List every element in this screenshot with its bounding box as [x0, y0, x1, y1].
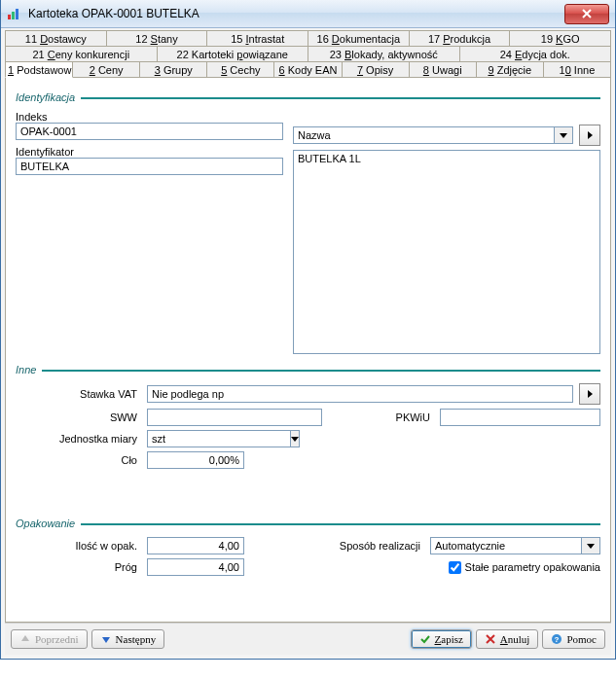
tab-kartoteki-powiazane[interactable]: 22 Kartoteki powiązane — [158, 47, 309, 62]
arrow-down-icon — [100, 633, 112, 645]
checkbox-stale-param-input[interactable] — [449, 561, 461, 574]
nazwa-lookup-button[interactable] — [579, 125, 600, 146]
tab-intrastat[interactable]: 15 Intrastat — [207, 30, 308, 47]
group-line — [81, 523, 600, 525]
checkbox-stale-param[interactable]: Stałe parametry opakowania — [449, 561, 600, 574]
group-label: Opakowanie — [16, 518, 75, 529]
textarea-opis[interactable]: BUTELKA 1L — [293, 150, 600, 354]
help-icon: ? — [551, 633, 562, 645]
button-pomoc[interactable]: ? Pomoc — [542, 629, 605, 649]
arrow-right-icon — [588, 390, 593, 398]
label-stawka-vat: Stawka VAT — [16, 388, 141, 400]
sposob-dropdown-button[interactable] — [581, 537, 600, 554]
button-label: Anuluj — [500, 633, 530, 645]
stawka-vat-lookup-button[interactable] — [579, 383, 600, 405]
input-jednostka[interactable] — [147, 430, 290, 447]
button-label: Poprzedni — [35, 633, 79, 645]
label-pkwiu: PKWiU — [381, 411, 434, 423]
tab-kgo[interactable]: 19 KGO — [510, 30, 611, 47]
check-icon — [419, 633, 431, 645]
label-ilosc: Ilość w opak. — [16, 540, 141, 552]
chevron-down-icon — [291, 437, 299, 442]
app-window: Kartoteka OPAK-0001 BUTELKA 11 Dostawcy … — [0, 0, 616, 660]
button-zapisz[interactable]: Zapisz — [411, 629, 472, 649]
app-icon — [7, 6, 22, 21]
input-identyfikator[interactable] — [16, 158, 283, 175]
input-indeks[interactable] — [16, 123, 283, 140]
button-poprzedni[interactable]: Poprzedni — [11, 629, 88, 649]
svg-text:?: ? — [555, 635, 560, 644]
tab-opisy[interactable]: 7 Opisy — [343, 62, 410, 78]
input-prog[interactable] — [147, 558, 244, 576]
tab-kody-ean[interactable]: 6 Kody EAN — [274, 62, 342, 78]
tab-dokumentacja[interactable]: 16 Dokumentacja — [308, 30, 410, 47]
chevron-down-icon — [587, 544, 595, 549]
label-prog: Próg — [16, 561, 141, 573]
button-label: Pomoc — [566, 633, 597, 645]
jednostka-dropdown-button[interactable] — [290, 430, 300, 447]
label-indeks: Indeks — [16, 111, 283, 123]
tab-edycja-dok[interactable]: 24 Edycja dok. — [460, 47, 612, 62]
arrow-up-icon — [19, 633, 31, 645]
close-button[interactable] — [564, 4, 609, 24]
tab-blokady[interactable]: 23 Blokady, aktywność — [308, 47, 460, 62]
client-area: 11 Dostawcy 12 Stany 15 Intrastat 16 Dok… — [1, 28, 615, 659]
button-nastepny[interactable]: Następny — [91, 629, 165, 649]
tab-row-3: 1 Podstawowe 2 Ceny 3 Grupy 5 Cechy 6 Ko… — [5, 62, 611, 78]
button-label: Następny — [116, 633, 157, 645]
label-identyfikator: Identyfikator — [16, 146, 283, 158]
tab-row-1: 11 Dostawcy 12 Stany 15 Intrastat 16 Dok… — [5, 30, 611, 47]
arrow-right-icon — [588, 131, 593, 139]
input-nazwa-selector[interactable] — [293, 126, 554, 144]
window-title: Kartoteka OPAK-0001 BUTELKA — [28, 7, 564, 20]
footer-toolbar: Poprzedni Następny Zapisz Anuluj ? Pomoc — [5, 623, 611, 655]
checkbox-stale-param-label: Stałe parametry opakowania — [465, 561, 600, 573]
group-opakowanie: Opakowanie — [16, 518, 600, 531]
input-ilosc[interactable] — [147, 537, 244, 554]
nazwa-dropdown-button[interactable] — [554, 126, 573, 144]
input-sww[interactable] — [147, 409, 322, 426]
label-sww: SWW — [16, 411, 141, 423]
group-identyfikacja: Identyfikacja — [16, 91, 600, 105]
button-label: Zapisz — [435, 633, 463, 645]
chevron-down-icon — [560, 133, 567, 138]
input-pkwiu[interactable] — [440, 409, 600, 426]
svg-rect-0 — [8, 15, 11, 19]
tab-ceny-konkurencji[interactable]: 21 Ceny konkurencji — [5, 47, 158, 62]
tab-panel-podstawowe: Identyfikacja Indeks Identyfikator — [5, 78, 611, 623]
tab-dostawcy[interactable]: 11 Dostawcy — [5, 30, 107, 47]
input-stawka-vat[interactable] — [147, 385, 573, 403]
titlebar: Kartoteka OPAK-0001 BUTELKA — [1, 0, 615, 28]
tab-cechy[interactable]: 5 Cechy — [207, 62, 274, 78]
tab-ceny[interactable]: 2 Ceny — [73, 62, 140, 78]
tab-stany[interactable]: 12 Stany — [107, 30, 208, 47]
group-line — [42, 370, 600, 372]
tab-grupy[interactable]: 3 Grupy — [140, 62, 207, 78]
label-clo: Cło — [16, 454, 141, 466]
group-inne: Inne — [16, 364, 600, 377]
svg-rect-1 — [12, 12, 15, 19]
tab-produkcja[interactable]: 17 Produkcja — [410, 30, 511, 47]
button-anuluj[interactable]: Anuluj — [476, 629, 539, 649]
tab-podstawowe[interactable]: 1 Podstawowe — [5, 62, 73, 78]
tab-row-2: 21 Ceny konkurencji 22 Kartoteki powiąza… — [5, 47, 611, 62]
group-label: Inne — [16, 364, 36, 375]
group-line — [81, 97, 600, 99]
tab-inne[interactable]: 10 Inne — [544, 62, 611, 78]
input-sposob[interactable] — [430, 537, 581, 554]
label-jednostka: Jednostka miary — [16, 433, 141, 445]
cancel-icon — [485, 633, 496, 645]
tab-uwagi[interactable]: 8 Uwagi — [410, 62, 477, 78]
svg-rect-2 — [16, 9, 18, 19]
label-sposob: Sposób realizacji — [340, 540, 424, 552]
group-label: Identyfikacja — [16, 91, 75, 103]
input-clo[interactable] — [147, 451, 244, 469]
tab-zdjecie[interactable]: 9 Zdjęcie — [477, 62, 544, 78]
